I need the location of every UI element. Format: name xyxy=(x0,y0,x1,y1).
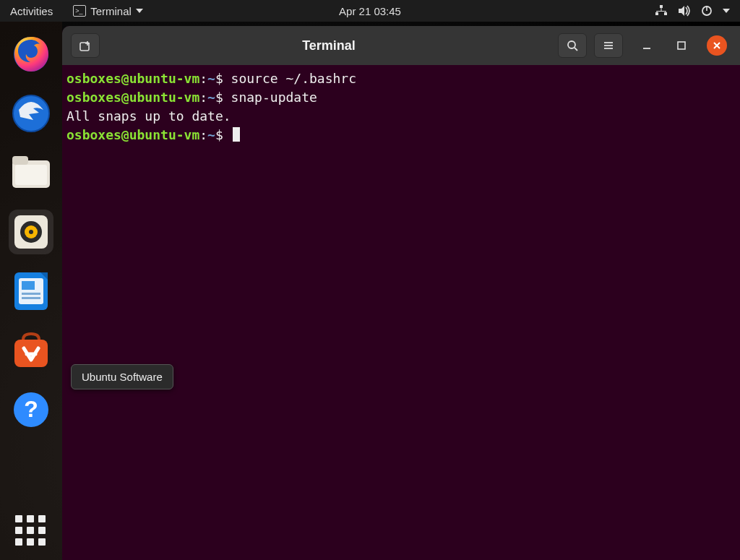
dock-app-libreoffice-writer[interactable] xyxy=(9,269,53,314)
thunderbird-icon xyxy=(12,94,51,133)
terminal-window: Terminal xyxy=(62,26,740,560)
topbar-app-menu[interactable]: Terminal xyxy=(63,0,153,22)
prompt-path: ~ xyxy=(207,90,215,105)
dock-tooltip: Ubuntu Software xyxy=(71,364,173,389)
terminal-body[interactable]: osboxes@ubuntu-vm:~$ source ~/.bashrcosb… xyxy=(62,65,740,560)
prompt-sep: : xyxy=(199,127,207,142)
terminal-command: source ~/.bashrc xyxy=(231,71,356,86)
terminal-command: snap-update xyxy=(231,90,317,105)
activities-label: Activities xyxy=(10,5,53,17)
svg-line-33 xyxy=(575,48,577,51)
prompt-symbol: $ xyxy=(215,71,231,86)
chevron-down-icon xyxy=(136,9,143,13)
search-button[interactable] xyxy=(558,33,587,58)
prompt-path: ~ xyxy=(207,127,215,142)
svg-rect-6 xyxy=(666,11,666,13)
top-bar: Activities Terminal Apr 21 03:45 xyxy=(0,0,740,22)
activities-button[interactable]: Activities xyxy=(0,0,63,22)
dock-app-help[interactable]: ? xyxy=(9,387,53,432)
prompt-sep: : xyxy=(199,71,207,86)
search-icon xyxy=(566,39,579,52)
dock-app-files[interactable] xyxy=(9,150,53,195)
dock-tooltip-label: Ubuntu Software xyxy=(82,371,163,383)
close-icon xyxy=(712,40,722,51)
svg-point-32 xyxy=(568,41,575,48)
dock: ? xyxy=(0,22,62,560)
volume-icon xyxy=(678,5,691,17)
grid-icon xyxy=(15,515,47,547)
svg-text:?: ? xyxy=(24,396,38,422)
dock-app-thunderbird[interactable] xyxy=(9,91,53,136)
prompt-path: ~ xyxy=(207,71,215,86)
svg-rect-0 xyxy=(660,5,663,8)
prompt-symbol: $ xyxy=(215,90,231,105)
dock-app-rhythmbox[interactable] xyxy=(9,210,53,254)
topbar-app-label: Terminal xyxy=(90,5,132,17)
window-maximize-button[interactable] xyxy=(672,36,691,55)
svg-rect-24 xyxy=(22,297,40,299)
terminal-line: All snaps up to date. xyxy=(66,107,736,126)
libreoffice-writer-icon xyxy=(13,271,49,311)
svg-marker-7 xyxy=(679,6,684,16)
hamburger-menu-button[interactable] xyxy=(594,33,623,58)
terminal-glyph-icon xyxy=(73,5,86,17)
show-applications-button[interactable] xyxy=(0,515,62,547)
prompt-symbol: $ xyxy=(215,127,231,142)
minimize-icon xyxy=(642,40,652,51)
svg-point-19 xyxy=(29,230,33,234)
svg-rect-22 xyxy=(22,281,35,290)
hamburger-icon xyxy=(602,39,615,52)
maximize-icon xyxy=(676,40,687,51)
window-minimize-button[interactable] xyxy=(637,36,656,55)
prompt-userhost: osboxes@ubuntu-vm xyxy=(66,71,199,86)
svg-rect-5 xyxy=(657,11,658,13)
terminal-line: osboxes@ubuntu-vm:~$ source ~/.bashrc xyxy=(66,69,736,88)
terminal-output: All snaps up to date. xyxy=(66,108,231,124)
chevron-down-icon xyxy=(723,9,730,13)
dock-app-firefox[interactable] xyxy=(9,32,53,77)
help-icon: ? xyxy=(12,391,50,428)
new-tab-button[interactable] xyxy=(71,33,100,58)
topbar-status-area[interactable] xyxy=(655,5,740,17)
dock-app-ubuntu-software[interactable] xyxy=(9,328,53,373)
firefox-icon xyxy=(12,35,51,74)
svg-rect-23 xyxy=(22,293,40,295)
ubuntu-software-icon xyxy=(12,331,51,370)
new-tab-icon xyxy=(79,39,92,52)
network-icon xyxy=(655,5,668,17)
svg-rect-15 xyxy=(15,165,47,185)
svg-rect-4 xyxy=(657,11,666,12)
prompt-userhost: osboxes@ubuntu-vm xyxy=(66,90,199,105)
prompt-userhost: osboxes@ubuntu-vm xyxy=(66,127,199,142)
window-close-button[interactable] xyxy=(707,35,727,56)
svg-rect-38 xyxy=(678,42,685,49)
power-icon xyxy=(701,5,713,17)
terminal-line: osboxes@ubuntu-vm:~$ snap-update xyxy=(66,88,736,107)
svg-rect-14 xyxy=(12,156,28,165)
prompt-sep: : xyxy=(199,90,207,105)
rhythmbox-icon xyxy=(12,212,51,251)
window-titlebar[interactable]: Terminal xyxy=(62,26,740,65)
window-title: Terminal xyxy=(107,38,551,53)
svg-rect-3 xyxy=(661,8,662,11)
files-icon xyxy=(11,155,51,191)
svg-rect-9 xyxy=(706,6,707,11)
terminal-cursor xyxy=(233,127,240,142)
terminal-line: osboxes@ubuntu-vm:~$ xyxy=(66,126,736,145)
